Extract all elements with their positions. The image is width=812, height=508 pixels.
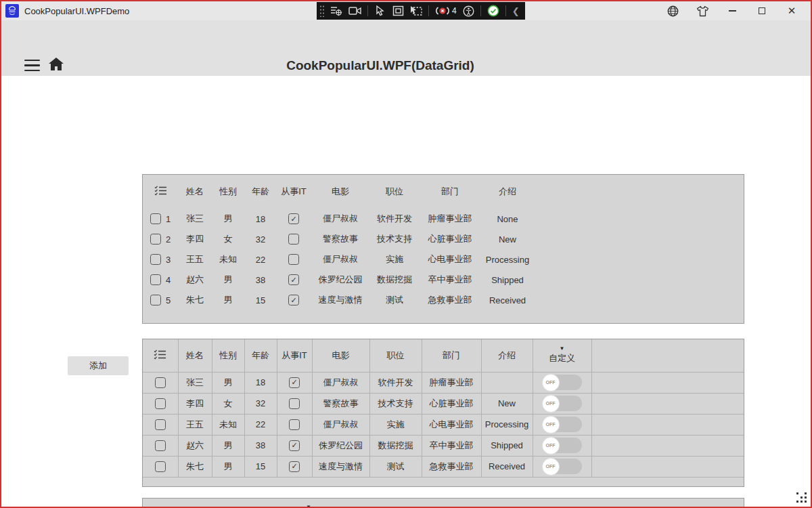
cell-age: 38: [244, 270, 277, 290]
column-header[interactable]: 性别: [212, 175, 244, 209]
cell-age: 38: [244, 435, 277, 456]
row-number: 5: [166, 295, 171, 305]
cell-name: 朱七: [178, 456, 212, 477]
cell-movie: 僵尸叔叔: [311, 209, 370, 229]
column-header[interactable]: 部门: [422, 339, 481, 372]
row-checkbox[interactable]: [150, 254, 161, 265]
row-checkbox[interactable]: [155, 461, 166, 472]
collapse-chevron-icon[interactable]: ❮: [512, 6, 520, 16]
row-checkbox[interactable]: [155, 377, 166, 388]
column-header[interactable]: 介绍: [481, 339, 533, 372]
resize-grip[interactable]: [796, 492, 798, 494]
datagrid-plain: 姓名 性别 年龄 从事IT 电影 职位 部门 介绍 1 张三 男 18 僵尸叔叔: [142, 174, 744, 324]
it-checkbox[interactable]: [288, 213, 299, 224]
it-checkbox[interactable]: [288, 234, 299, 245]
table-row: 3 王五 未知 22 僵尸叔叔 实施 心电事业部 Processing: [143, 249, 744, 270]
it-checkbox[interactable]: [289, 398, 300, 409]
row-checkbox[interactable]: [150, 274, 161, 285]
column-header[interactable]: 介绍: [382, 499, 428, 508]
custom-toggle[interactable]: OFF: [543, 417, 582, 432]
row-number: 2: [166, 234, 171, 245]
cell-position: 技术支持: [369, 393, 422, 414]
it-checkbox[interactable]: [288, 274, 299, 285]
column-header[interactable]: 性别: [212, 339, 244, 372]
row-checkbox[interactable]: [155, 440, 166, 451]
titlebar: CookPopularUI.WPFDemo 4: [1, 1, 811, 20]
row-number: 1: [166, 214, 171, 224]
select-all-icon[interactable]: [143, 339, 178, 372]
cell-intro: New: [481, 229, 534, 249]
column-header-sorted[interactable]: ▼介绍: [279, 499, 338, 508]
row-checkbox[interactable]: [155, 419, 166, 430]
column-header[interactable]: 喜爱电影: [338, 499, 382, 508]
column-header[interactable]: 姓名: [178, 175, 212, 209]
cell-gender: 男: [212, 435, 244, 456]
maximize-button[interactable]: [747, 1, 777, 20]
select-all-icon[interactable]: [143, 175, 178, 209]
new-row-placeholder: [143, 477, 744, 486]
column-header[interactable]: 部门: [419, 175, 481, 209]
select-element-icon[interactable]: [410, 5, 422, 16]
table-row: 4 赵六 男 38 侏罗纪公园 数据挖掘 卒中事业部 Shipped: [143, 270, 744, 290]
cell-movie: 侏罗纪公园: [311, 270, 370, 290]
row-checkbox[interactable]: [150, 234, 161, 245]
sort-descending-icon: ▼: [560, 346, 565, 352]
table-row: 李四 女 32 警察故事 技术支持 心脏事业部 New OFF: [143, 393, 744, 414]
column-header[interactable]: 职位: [370, 175, 419, 209]
cell-intro: Processing: [481, 414, 533, 435]
cell-name: 王五: [178, 249, 212, 270]
column-header[interactable]: 从事IT: [277, 339, 312, 372]
select-window-icon[interactable]: [392, 5, 404, 16]
camera-icon[interactable]: [348, 6, 361, 16]
column-header[interactable]: 介绍: [481, 175, 534, 209]
cell-name: 张三: [178, 209, 212, 229]
column-header[interactable]: 年龄: [244, 339, 277, 372]
custom-toggle[interactable]: OFF: [543, 438, 582, 453]
it-checkbox[interactable]: [289, 461, 300, 472]
language-globe-icon[interactable]: [658, 1, 687, 20]
column-header[interactable]: 年龄: [244, 175, 277, 209]
cell-age: 18: [244, 372, 277, 393]
column-header[interactable]: 姓名: [175, 499, 210, 508]
accessibility-icon[interactable]: [463, 5, 474, 17]
it-checkbox[interactable]: [288, 295, 299, 305]
grip-handle-icon[interactable]: [319, 5, 324, 17]
column-header[interactable]: 从事IT: [277, 175, 311, 209]
it-checkbox[interactable]: [289, 440, 300, 451]
minimize-button[interactable]: [717, 1, 747, 20]
theme-shirt-icon[interactable]: [687, 1, 717, 20]
it-checkbox[interactable]: [288, 254, 299, 265]
column-header-sorted[interactable]: ▼自定义: [533, 339, 591, 372]
cell-movie: 警察故事: [311, 229, 370, 249]
column-header[interactable]: 职位: [369, 339, 422, 372]
cell-department: 心脏事业部: [422, 393, 481, 414]
column-header[interactable]: 性别: [210, 499, 244, 508]
it-checkbox[interactable]: [289, 377, 300, 388]
breakpoint-icon[interactable]: [435, 5, 450, 16]
it-checkbox[interactable]: [289, 419, 300, 430]
cell-movie: 速度与激情: [312, 456, 369, 477]
table-row: 王五 未知 22 僵尸叔叔 实施 心电事业部 Processing OFF: [143, 414, 744, 435]
column-header[interactable]: 电影: [311, 175, 370, 209]
column-header[interactable]: 姓名: [178, 339, 212, 372]
toolbar-separator: [428, 5, 429, 16]
validate-check-icon[interactable]: [487, 5, 499, 17]
cell-gender: 女: [212, 393, 244, 414]
row-checkbox[interactable]: [150, 295, 161, 305]
cell-department: 肿瘤事业部: [419, 209, 481, 229]
grid3-header-row: 姓名 性别 从事IT ▼介绍 喜爱电影 介绍: [143, 499, 744, 508]
column-header[interactable]: 电影: [312, 339, 369, 372]
inspect-list-icon[interactable]: [330, 5, 342, 16]
row-checkbox[interactable]: [155, 398, 166, 409]
custom-toggle[interactable]: OFF: [543, 375, 582, 390]
custom-toggle[interactable]: OFF: [543, 396, 582, 411]
close-button[interactable]: ✕: [777, 1, 807, 20]
cell-position: 技术支持: [370, 229, 419, 249]
custom-toggle[interactable]: OFF: [543, 459, 582, 474]
add-button[interactable]: 添加: [68, 356, 129, 375]
select-all-icon[interactable]: [143, 499, 175, 508]
select-region-icon[interactable]: [374, 5, 386, 16]
column-header[interactable]: 从事IT: [244, 499, 279, 508]
cell-department: 急救事业部: [419, 290, 481, 310]
row-checkbox[interactable]: [150, 213, 161, 224]
